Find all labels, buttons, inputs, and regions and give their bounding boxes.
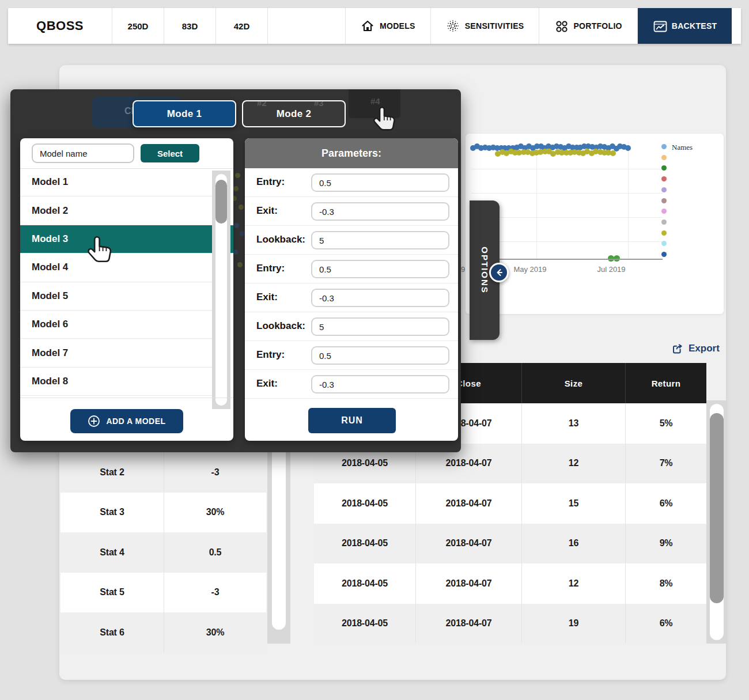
parameter-input-lookback[interactable]	[311, 231, 449, 249]
stats-table-row: Stat 5-3	[60, 573, 266, 613]
trades-scrollbar[interactable]	[706, 400, 727, 644]
nav-item-portfolio[interactable]: PORTFOLIO	[539, 8, 637, 44]
model-list-scrollbar-thumb[interactable]	[215, 180, 227, 224]
nav-item-label: SENSITIVITIES	[465, 21, 524, 31]
trades-header-Return: Return	[626, 363, 706, 403]
dimmed-dot	[237, 262, 243, 267]
stats-cell: 30%	[164, 493, 266, 533]
trades-cell: 12	[522, 444, 626, 484]
trades-scrollbar-thumb[interactable]	[710, 413, 724, 603]
dimmed-dot	[233, 186, 239, 191]
parameter-label: Lookback:	[256, 320, 305, 332]
legend-dot-11	[661, 252, 667, 257]
h-gridline	[471, 169, 663, 169]
parameter-label: Exit:	[256, 378, 278, 389]
legend-dot-1	[661, 144, 667, 149]
stats-cell: -3	[164, 573, 266, 613]
nav-item-backtest[interactable]: BACKTEST	[638, 8, 732, 44]
model-list-scrollbar[interactable]	[212, 171, 230, 409]
trades-cell: 19	[522, 604, 626, 644]
add-a-model-label: ADD A MODEL	[106, 417, 165, 426]
parameter-row: Exit:	[245, 370, 458, 399]
model-list-item-5[interactable]: Model 5	[20, 282, 212, 311]
nav-item-sensitivities[interactable]: SENSITIVITIES	[431, 8, 540, 44]
parameter-input-entry[interactable]	[311, 260, 449, 278]
period-button-42d[interactable]: 42D	[216, 8, 268, 44]
h-gridline	[471, 241, 663, 242]
nav-items: MODELSSENSITIVITIESPORTFOLIOBACKTEST	[346, 8, 732, 44]
home-icon	[361, 19, 374, 33]
period-button-83d[interactable]: 83D	[164, 8, 216, 44]
stats-cell: Stat 4	[60, 532, 164, 573]
background-tab-4: #4	[349, 89, 400, 118]
stats-table-row: Stat 330%	[60, 493, 266, 533]
model-list-item-6[interactable]: Model 6	[20, 311, 212, 339]
trades-cell: 7%	[626, 444, 706, 484]
stats-cell: Stat 3	[60, 493, 164, 533]
trades-cell: 12	[522, 563, 626, 604]
run-button[interactable]: RUN	[308, 408, 396, 433]
trades-cell: 2018-04-07	[416, 604, 522, 644]
export-button[interactable]: Export	[671, 340, 723, 357]
arrow-left-icon	[494, 268, 504, 277]
v-gridline	[536, 142, 537, 260]
options-collapse-button[interactable]	[489, 263, 509, 282]
parameter-row: Lookback:	[245, 226, 458, 255]
legend-dot-2	[661, 155, 667, 160]
legend-dot-8	[661, 220, 667, 225]
legend-dot-3	[661, 165, 667, 171]
stats-cell: 0.5	[164, 532, 266, 573]
model-list-item-1[interactable]: Model 1	[20, 168, 212, 196]
nav-item-models[interactable]: MODELS	[346, 8, 431, 44]
legend-dot-5	[661, 187, 667, 192]
scatter-plot	[471, 141, 663, 262]
x-tick-jul-2019: Jul 2019	[597, 265, 625, 274]
parameter-input-entry[interactable]	[311, 346, 449, 365]
tab-mode-1[interactable]: Mode 1	[133, 100, 236, 127]
top-nav: QBOSS 250D83D42D MODELSSENSITIVITIESPORT…	[8, 8, 741, 44]
nav-item-label: MODELS	[380, 21, 415, 31]
scatter-point-olive-band	[610, 150, 616, 156]
v-gridline	[628, 142, 629, 260]
model-list-item-7[interactable]: Model 7	[20, 339, 212, 367]
stats-table-row: Stat 2-3	[60, 452, 266, 493]
model-name-input[interactable]	[32, 143, 134, 163]
parameter-row: Entry:	[245, 255, 458, 283]
model-list-item-2[interactable]: Model 2	[20, 196, 212, 225]
tab-mode-2[interactable]: Mode 2	[242, 100, 346, 127]
trades-cell: 16	[522, 524, 626, 564]
parameter-input-entry[interactable]	[311, 173, 449, 192]
nav-spacer	[268, 8, 346, 44]
period-buttons: 250D83D42D	[112, 8, 268, 44]
parameter-label: Entry:	[256, 176, 285, 188]
trades-table-row: 2018-04-052018-04-07196%	[314, 604, 706, 644]
options-label: OPTIONS	[480, 247, 490, 294]
parameters-title: Parameters:	[245, 138, 458, 168]
trades-cell: 6%	[626, 604, 706, 644]
export-icon	[671, 342, 684, 355]
parameter-input-lookback[interactable]	[311, 317, 449, 336]
model-list-item-3[interactable]: Model 3	[20, 225, 233, 253]
parameter-input-exit[interactable]	[311, 375, 449, 393]
backtest-setup-modal: CH #2 #3 #4 Mode 1 Mode 2 Select Model 1…	[10, 89, 461, 452]
parameter-row: Entry:	[245, 341, 458, 370]
period-button-250d[interactable]: 250D	[112, 8, 164, 44]
model-list-item-8[interactable]: Model 8	[20, 368, 212, 396]
parameter-input-exit[interactable]	[311, 202, 449, 221]
x-tick-partial: 9	[461, 265, 465, 274]
parameter-label: Exit:	[256, 292, 278, 303]
scatter-chart-card: 9 May 2019 Jul 2019 Names	[466, 134, 724, 314]
stats-table-row: Stat 40.5	[60, 532, 266, 573]
scatter-point-blue-band	[625, 145, 631, 151]
dimmed-dot	[233, 249, 238, 255]
trades-table-row: 2018-04-052018-04-07128%	[314, 563, 706, 604]
parameter-label: Lookback:	[256, 234, 305, 245]
parameter-label: Exit:	[256, 205, 278, 217]
model-list-item-4[interactable]: Model 4	[20, 253, 212, 282]
select-button[interactable]: Select	[141, 144, 199, 162]
trades-header-Size: Size	[522, 363, 626, 403]
parameter-row: Entry:	[245, 168, 458, 197]
trades-cell: 2018-04-07	[416, 563, 522, 604]
add-a-model-button[interactable]: ADD A MODEL	[70, 409, 183, 433]
parameter-input-exit[interactable]	[311, 289, 449, 307]
